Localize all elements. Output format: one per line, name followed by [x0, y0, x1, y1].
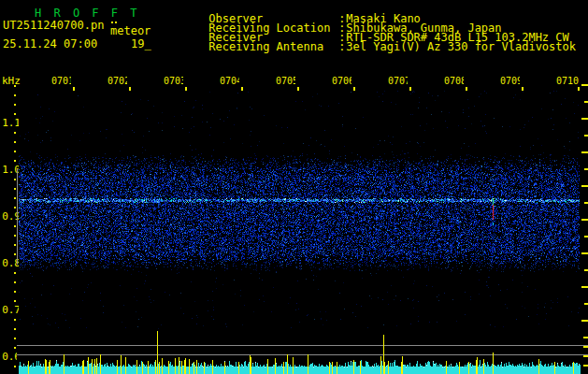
time-tick-label: 0707 — [388, 76, 408, 86]
meteor-label: meteor — [110, 24, 151, 37]
minute-tick — [466, 87, 467, 91]
freq-axis-dot — [14, 300, 16, 302]
freq-axis-dot — [14, 85, 16, 87]
detection-band-marker-line — [17, 169, 18, 265]
minute-tick — [297, 87, 299, 91]
spectrogram-canvas — [19, 91, 580, 344]
right-edge-tick — [581, 185, 588, 187]
strip-edge-tick — [583, 355, 588, 357]
minute-tick — [129, 87, 131, 91]
minute-tick — [409, 87, 411, 91]
hrofft-screen: H R O F F T UT2511240700.pn meteor 25.11… — [0, 0, 588, 374]
freq-axis-dot — [14, 319, 16, 321]
freq-axis-dot — [14, 188, 16, 190]
count-cursor: 19_ — [131, 37, 151, 50]
freq-axis-dot — [14, 207, 16, 209]
right-edge-tick — [581, 118, 588, 120]
right-edge-tick — [581, 219, 588, 221]
datetime-label: 25.11.24 07:00 — [3, 37, 97, 50]
freq-axis-dot — [14, 253, 16, 255]
freq-axis-dot — [14, 179, 16, 180]
freq-axis-dot — [14, 104, 16, 106]
right-edge-tick — [581, 151, 588, 153]
time-tick-label: 0703 — [164, 76, 183, 86]
info-label: Receiving Antenna — [208, 42, 338, 51]
freq-axis-dot — [14, 235, 16, 237]
time-tick-label: 0708 — [444, 76, 464, 86]
freq-axis-dot — [14, 141, 16, 143]
right-edge-tick — [584, 168, 588, 170]
freq-axis-dot — [14, 244, 16, 246]
right-edge-tick — [584, 202, 588, 204]
freq-axis-dot — [14, 347, 16, 349]
info-row-observer: Observer:Masaki Kano — [168, 5, 576, 14]
freq-axis-dot — [14, 281, 16, 283]
freq-axis-unit: kHz — [2, 75, 21, 87]
freq-axis-dot — [14, 151, 16, 152]
right-edge-tick — [581, 286, 588, 288]
time-tick-label: 0701 — [51, 76, 71, 86]
right-edge-tick — [584, 269, 588, 271]
right-edge-tick — [584, 135, 588, 137]
app-title: H R O F F T — [35, 7, 139, 20]
strip-edge-tick — [583, 346, 588, 348]
right-edge-tick — [584, 303, 588, 305]
right-edge-tick — [581, 84, 588, 86]
time-tick-label: 0702 — [108, 76, 127, 86]
right-edge-tick — [581, 320, 588, 322]
freq-axis-dot — [14, 225, 16, 227]
right-edge-tick — [584, 101, 588, 103]
freq-axis-dot — [14, 113, 16, 115]
minute-tick — [353, 87, 355, 91]
freq-tick-label: 0.7 — [0, 305, 21, 315]
time-tick-label: 0705 — [276, 76, 295, 86]
freq-tick-label: 1.1 — [0, 118, 21, 128]
time-tick-label: 0709 — [500, 76, 520, 86]
freq-axis-dot — [14, 197, 16, 199]
station-info: Observer:Masaki Kano Receiving Location:… — [168, 5, 576, 42]
freq-axis-dot — [14, 366, 16, 367]
minute-tick — [241, 87, 243, 91]
strip-edge-tick — [583, 337, 588, 338]
freq-axis-dot — [14, 132, 16, 134]
right-edge-tick — [584, 236, 588, 237]
right-edge-tick — [581, 252, 588, 254]
signal-strength-strip-canvas — [17, 329, 588, 374]
minute-tick — [185, 87, 187, 91]
minute-tick — [578, 87, 580, 91]
freq-axis-dot — [14, 272, 16, 274]
time-tick-label: 0706 — [332, 76, 351, 86]
time-tick-label: 0704 — [220, 76, 239, 86]
filename-artifact-dot — [111, 22, 113, 23]
minute-tick — [522, 87, 523, 91]
info-value: 3el Yagi(V) Az 330 for Vladivostok — [346, 40, 576, 53]
filename-artifact-dot — [115, 22, 117, 23]
filename-label: UT2511240700.pn — [3, 19, 104, 32]
freq-axis-dot — [14, 160, 16, 162]
freq-axis-dot — [14, 338, 16, 339]
freq-axis-dot — [14, 291, 16, 293]
time-tick-label: 0710 — [556, 76, 581, 86]
freq-axis-dot — [14, 94, 16, 96]
strip-edge-tick — [583, 365, 588, 367]
freq-axis-dot — [14, 328, 16, 330]
minute-tick — [73, 87, 75, 91]
